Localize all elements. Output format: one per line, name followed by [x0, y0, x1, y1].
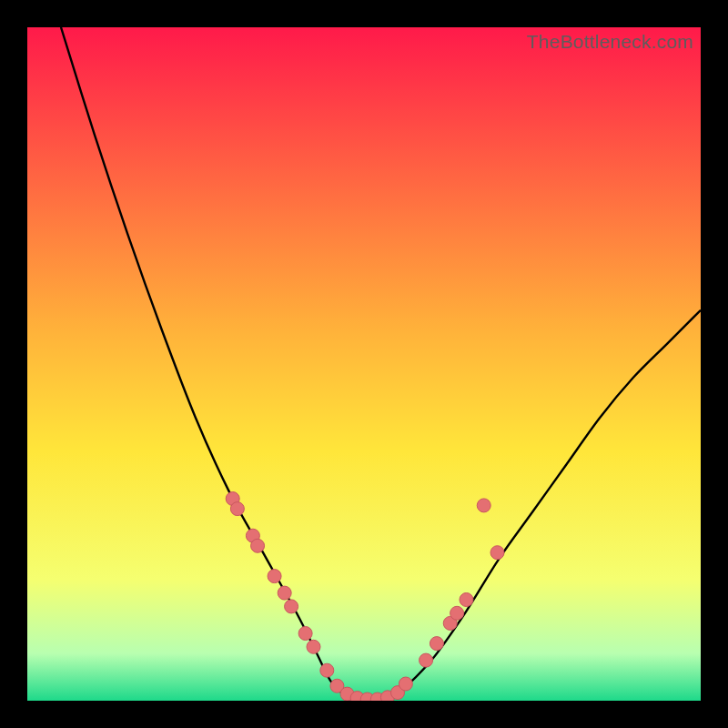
marker-dot: [490, 546, 504, 560]
bottleneck-curve: [61, 27, 701, 701]
marker-dot: [320, 663, 334, 677]
marker-dot: [230, 502, 244, 516]
chart-frame: TheBottleneck.com: [0, 0, 728, 728]
marker-dot: [298, 627, 312, 641]
marker-dot: [477, 499, 490, 512]
plot-area: TheBottleneck.com: [27, 27, 701, 701]
watermark-text: TheBottleneck.com: [527, 31, 693, 53]
curve-layer: [27, 27, 701, 701]
marker-dot: [278, 586, 291, 600]
marker-dot: [420, 653, 433, 667]
marker-dot: [399, 677, 412, 691]
marker-dot: [268, 570, 281, 583]
marker-dot: [251, 539, 265, 552]
marker-dot: [285, 600, 298, 613]
marker-dot: [307, 640, 320, 653]
marker-dot: [450, 606, 464, 620]
marker-group: [226, 492, 504, 702]
marker-dot: [430, 637, 443, 651]
marker-dot: [460, 593, 473, 607]
